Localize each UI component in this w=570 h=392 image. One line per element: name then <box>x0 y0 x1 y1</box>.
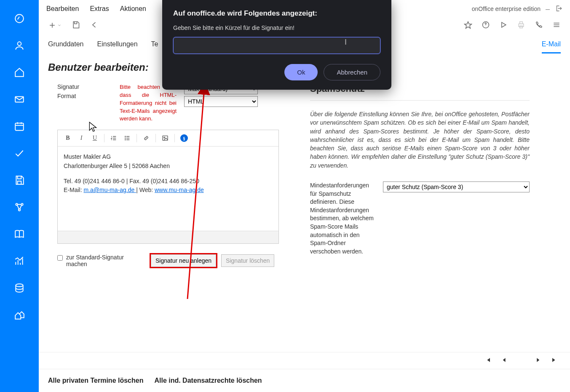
svg-point-0 <box>15 14 24 23</box>
spam-description: Über die folgende Einstellung können Sie… <box>310 110 530 170</box>
hamburger-icon[interactable] <box>552 21 561 30</box>
tab-email[interactable]: E-Mail <box>542 40 561 53</box>
app-root: Bearbeiten Extras Aktionen onOffice ente… <box>0 0 570 392</box>
pagination-bar <box>39 352 570 369</box>
default-signature-checkbox-wrap[interactable]: zur Standard-Signatur machen <box>57 254 146 267</box>
mail-icon[interactable] <box>13 93 25 105</box>
signature-card: Signatur Format Bitte beachten Sie, dass… <box>48 77 288 352</box>
save-icon[interactable] <box>13 174 25 186</box>
sig-address: Charlottenburger Allee 5 | 52068 Aachen <box>64 162 273 171</box>
sig-company: Muster Makler AG <box>64 152 273 162</box>
svg-rect-15 <box>163 136 168 141</box>
editor-footer <box>58 231 278 243</box>
top-right: onOffice enterprise edition – <box>472 5 562 13</box>
tab-grunddaten[interactable]: Grunddaten <box>48 40 84 53</box>
svg-rect-3 <box>15 123 24 130</box>
signature-actions: zur Standard-Signatur machen Signatur ne… <box>57 254 279 267</box>
network-icon[interactable] <box>13 201 25 213</box>
dashboard-icon[interactable] <box>13 13 25 24</box>
check-icon[interactable] <box>13 147 25 159</box>
svg-point-6 <box>19 209 20 211</box>
spam-threshold-select[interactable]: guter Schutz (Spam-Score 3) <box>383 181 530 192</box>
editor-body[interactable]: Muster Makler AG Charlottenburger Allee … <box>58 147 278 231</box>
sig-email-link[interactable]: m.a@mu-ma-ag.de <box>83 187 136 193</box>
top-menu: Bearbeiten Extras Aktionen <box>46 5 146 13</box>
back-icon[interactable] <box>90 21 99 30</box>
houses-icon[interactable] <box>13 309 25 321</box>
new-signature-button[interactable]: Signatur neu anlegen <box>151 254 216 267</box>
dialog-title: Auf onoffice.de wird Folgendes angezeigt… <box>173 9 380 18</box>
next-page-icon[interactable] <box>535 357 541 365</box>
svg-rect-11 <box>520 26 523 28</box>
dialog-cancel-button[interactable]: Abbrechen <box>324 64 380 80</box>
link-button[interactable] <box>140 133 152 144</box>
svg-point-12 <box>125 136 126 137</box>
numbered-list-button[interactable] <box>108 133 120 144</box>
delete-signature-button[interactable]: Signatur löschen <box>221 254 274 267</box>
menu-extras[interactable]: Extras <box>90 5 109 13</box>
play-icon[interactable] <box>499 21 508 30</box>
footer-actions: Alle privaten Termine löschen Alle ind. … <box>39 369 570 392</box>
globe-button[interactable]: § <box>178 133 190 144</box>
format-select[interactable]: HTML <box>184 96 258 107</box>
menu-actions[interactable]: Aktionen <box>120 5 146 13</box>
tab-truncated[interactable]: Te <box>151 40 158 53</box>
disk-save-icon[interactable] <box>72 21 80 30</box>
star-icon[interactable] <box>464 21 472 30</box>
label-signature: Signatur <box>57 83 112 90</box>
label-format: Format <box>57 93 112 99</box>
database-icon[interactable] <box>13 282 25 294</box>
dialog-ok-button[interactable]: Ok <box>284 64 318 80</box>
print-icon[interactable] <box>517 21 525 30</box>
svg-point-14 <box>125 140 126 140</box>
tab-einstellungen[interactable]: Einstellungen <box>97 40 138 53</box>
bullet-list-button[interactable] <box>121 133 133 144</box>
signature-editor: B I U § Muster Makler AG <box>57 130 279 244</box>
first-page-icon[interactable] <box>485 357 492 365</box>
stats-icon[interactable] <box>13 255 25 267</box>
calendar-icon[interactable] <box>13 120 25 132</box>
add-icon[interactable] <box>48 21 62 29</box>
last-page-icon[interactable] <box>551 357 557 365</box>
default-signature-checkbox[interactable] <box>57 255 63 261</box>
toolbar-right <box>464 21 561 30</box>
left-sidebar <box>0 0 39 392</box>
delete-private-appointments[interactable]: Alle privaten Termine löschen <box>48 377 143 384</box>
menu-edit[interactable]: Bearbeiten <box>46 5 79 13</box>
main-columns: Signatur Format Bitte beachten Sie, dass… <box>39 77 570 352</box>
user-icon[interactable] <box>13 40 25 51</box>
image-button[interactable] <box>159 133 171 144</box>
delete-record-rights[interactable]: Alle ind. Datensatzrechte löschen <box>154 377 262 384</box>
editor-toolbar: B I U § <box>58 130 278 147</box>
prev-page-icon[interactable] <box>501 357 508 365</box>
spam-card: Spamschutz Über die folgende Einstellung… <box>301 77 539 352</box>
logout-icon[interactable] <box>555 5 562 13</box>
svg-point-7 <box>16 284 23 287</box>
phone-icon[interactable] <box>535 21 543 30</box>
italic-button[interactable]: I <box>75 133 87 144</box>
prompt-dialog: Auf onoffice.de wird Folgendes angezeigt… <box>162 0 391 90</box>
home-icon[interactable] <box>13 67 25 78</box>
svg-point-13 <box>125 138 126 139</box>
underline-button[interactable]: U <box>89 133 101 144</box>
svg-point-16 <box>164 137 165 139</box>
minimize-icon[interactable]: – <box>546 5 550 13</box>
default-signature-label: zur Standard-Signatur machen <box>66 254 146 267</box>
bold-button[interactable]: B <box>62 133 74 144</box>
spam-threshold-label: Mindestanforderungen für Spamschutz defi… <box>310 181 375 256</box>
book-icon[interactable] <box>13 228 25 240</box>
svg-point-1 <box>18 42 21 45</box>
sig-web-link[interactable]: www.mu-ma-ag.de <box>155 187 204 193</box>
svg-rect-10 <box>520 21 523 24</box>
sig-contact-line: E-Mail: m.a@mu-ma-ag.de | Web: www.mu-ma… <box>64 186 273 195</box>
sig-phone: Tel. 49 (0)241 446 86-0 | Fax. 49 (0)241… <box>64 177 273 186</box>
app-title: onOffice enterprise edition <box>472 5 541 12</box>
help-icon[interactable] <box>482 21 490 30</box>
dialog-prompt: Geben Sie bitte ein Kürzel für die Signa… <box>173 24 380 31</box>
dialog-input[interactable] <box>173 37 380 54</box>
